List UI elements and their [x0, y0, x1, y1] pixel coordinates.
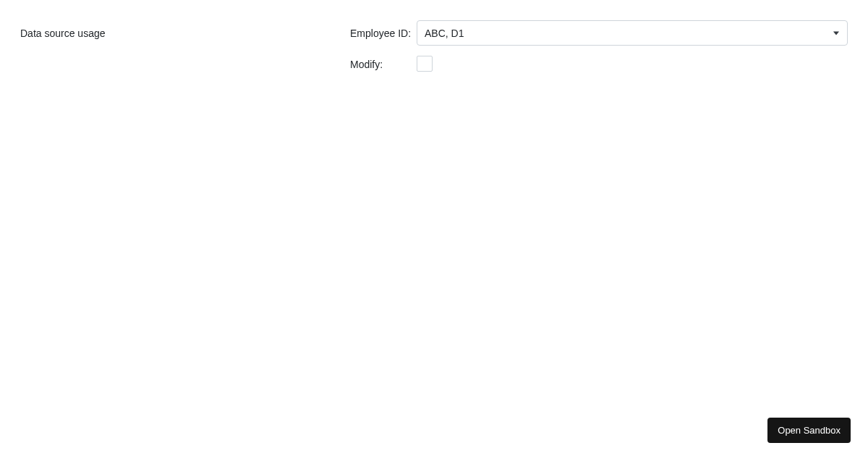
modify-row: Modify: [350, 56, 848, 72]
employee-id-select[interactable]: ABC, D1 [417, 20, 848, 46]
employee-id-label: Employee ID: [350, 27, 417, 39]
modify-label: Modify: [350, 58, 417, 70]
modify-checkbox[interactable] [417, 56, 433, 72]
page-title: Data source usage [20, 28, 350, 39]
employee-id-row: Employee ID: ABC, D1 [350, 20, 848, 46]
open-sandbox-button[interactable]: Open Sandbox [767, 418, 851, 443]
employee-id-value: ABC, D1 [425, 28, 464, 39]
caret-down-icon [833, 31, 839, 35]
